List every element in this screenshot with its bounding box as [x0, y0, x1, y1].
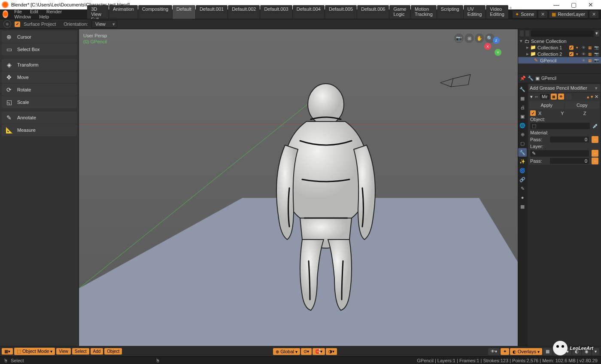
app-logo-icon: [3, 10, 8, 18]
persp-ortho-button[interactable]: ⊞: [464, 33, 474, 43]
add-modifier-button[interactable]: Add Grease Pencil Modifier: [528, 84, 600, 92]
nav-gizmo[interactable]: XYZ: [484, 33, 512, 61]
annotate-icon: ✎: [5, 114, 13, 121]
add-menu[interactable]: Add: [91, 348, 103, 355]
status-info: GPencil | Layers:1 | Frames:1 | Strokes:…: [417, 358, 598, 363]
properties-editor: 📌 🔧 ▣ GPencil 🔧 ▦ 🖨 ▣ 🌐 ⊕ ▢ 🔧 ✨ 🌀 🔗: [518, 74, 601, 346]
outliner-collection2[interactable]: ▸📁Collection 2 ▾👁▦📷: [518, 51, 601, 57]
close-button[interactable]: ✕: [582, 1, 599, 8]
prop-pin-icon[interactable]: 📌: [520, 76, 526, 81]
gizmo-toggle[interactable]: ✦: [501, 348, 509, 355]
layer-pass-field[interactable]: 0: [550, 158, 589, 164]
ptab-fx[interactable]: ✨: [518, 157, 527, 166]
orientation-dropdown[interactable]: View: [91, 20, 117, 28]
axis-z[interactable]: [575, 110, 581, 116]
outliner-scene-collection[interactable]: ▾🗀Scene Collection: [518, 38, 601, 44]
mod-display-view[interactable]: 👁: [558, 94, 564, 100]
layer-picker[interactable]: ✎: [530, 150, 589, 157]
prop-type-icon: 🔧: [528, 76, 534, 81]
ptab-modifiers[interactable]: 🔧: [518, 148, 527, 157]
overlays-toggle[interactable]: ◐ Overlays ▾: [510, 348, 542, 355]
properties-tabs: 🔧 ▦ 🖨 ▣ 🌐 ⊕ ▢ 🔧 ✨ 🌀 🔗 ✎ ● ▦: [518, 83, 528, 346]
svg-line-5: [440, 83, 451, 87]
layer-toggle[interactable]: ↔: [592, 150, 598, 157]
outliner-gpencil[interactable]: ✎GPencil 👁▦📷: [518, 57, 601, 64]
tool-annotate[interactable]: ✎Annotate: [2, 112, 77, 124]
snap-button[interactable]: 🧲▾: [313, 348, 325, 355]
cursor-icon: ⊕: [5, 33, 13, 41]
pan-button[interactable]: ✋: [475, 33, 484, 43]
mod-display-render[interactable]: ▦: [551, 94, 557, 100]
transform-icon: ◈: [5, 61, 13, 69]
orientation-button[interactable]: ⊕ Global ▾: [273, 348, 300, 355]
proportional-button[interactable]: ◑▾: [326, 348, 337, 355]
material-pass-toggle[interactable]: ↔: [592, 136, 598, 143]
ptab-world[interactable]: ⊕: [518, 130, 527, 139]
weibo-icon: [553, 341, 568, 355]
material-pass-field[interactable]: 0: [550, 136, 589, 143]
surface-project-label: Surface Project: [24, 21, 56, 27]
outliner-search[interactable]: [531, 30, 594, 37]
apply-button[interactable]: Apply: [529, 101, 564, 109]
ptab-render[interactable]: ▦: [518, 94, 527, 103]
view-menu[interactable]: View: [56, 348, 71, 355]
eyedropper-icon[interactable]: 💉: [592, 123, 598, 129]
outliner-display-icon[interactable]: [525, 30, 529, 36]
tool-selectbox[interactable]: ▭Select Box: [2, 43, 77, 55]
menu-render[interactable]: Render: [43, 9, 65, 14]
disclosure-icon[interactable]: ▾: [530, 94, 533, 100]
outliner-collection1[interactable]: ▸📁Collection 1 ▾👁▦📷: [518, 44, 601, 51]
editor-type-button[interactable]: ▦▾: [2, 348, 13, 355]
tool-scale[interactable]: ◱Scale: [2, 96, 77, 108]
object-menu[interactable]: Object: [104, 348, 122, 355]
scene-selector[interactable]: ✦Scene: [513, 11, 537, 18]
surface-project-checkbox[interactable]: [15, 21, 20, 27]
tool-rotate[interactable]: ⟳Rotate: [2, 84, 77, 96]
layer-pass-toggle[interactable]: ↔: [592, 158, 598, 164]
modifier-name-field[interactable]: Mir: [540, 94, 549, 100]
minimize-button[interactable]: —: [548, 1, 565, 8]
ptab-scene[interactable]: 🌐: [518, 121, 527, 130]
mod-move-down[interactable]: ▾: [591, 94, 593, 100]
axis-x[interactable]: [530, 110, 536, 116]
ptab-output[interactable]: 🖨: [518, 103, 527, 112]
tool-transform[interactable]: ◈Transform: [2, 59, 77, 71]
ptab-tool[interactable]: 🔧: [518, 85, 527, 94]
modifier-panel: ▾ ↔ Mir ▦ 👁 ▴ ▾ ✕ Apply Copy: [528, 93, 600, 165]
ptab-data[interactable]: ✎: [518, 184, 527, 193]
outliner-filter-icon[interactable]: ▾: [595, 30, 599, 36]
object-picker[interactable]: ⬚: [530, 123, 590, 129]
3d-viewport[interactable]: User Persp (0) GPencil 📷 ⊞ ✋ 🔍 XYZ: [79, 29, 518, 346]
tool-cursor[interactable]: ⊕Cursor: [2, 31, 77, 43]
mod-display-edit[interactable]: [565, 94, 571, 100]
axis-y[interactable]: [552, 110, 558, 116]
ptab-viewlayer[interactable]: ▣: [518, 112, 527, 121]
orientation-label: Orientation:: [64, 21, 88, 27]
xray-button[interactable]: ▦: [543, 348, 552, 355]
copy-button[interactable]: Copy: [565, 101, 600, 109]
tool-settings-bar: ⊕ Surface Project Orientation: View: [0, 19, 601, 29]
rotate-icon: ⟳: [5, 86, 13, 94]
visibility-button[interactable]: 👁▾: [488, 348, 500, 355]
renderlayer-selector[interactable]: ▦RenderLayer: [549, 11, 588, 18]
ptab-constraints[interactable]: 🔗: [518, 175, 527, 184]
mod-remove[interactable]: ✕: [595, 94, 598, 100]
renderlayer-remove-button[interactable]: ✕: [589, 11, 598, 18]
select-menu[interactable]: Select: [72, 348, 89, 355]
ptab-texture[interactable]: ▦: [518, 202, 527, 211]
scene-remove-button[interactable]: ✕: [538, 11, 547, 18]
pivot-button[interactable]: ⊙▾: [301, 348, 312, 355]
mod-move-up[interactable]: ▴: [587, 94, 589, 100]
viewport-footer: ▦▾ ⬚ Object Mode ▾ View Select Add Objec…: [0, 346, 601, 356]
maximize-button[interactable]: ▢: [565, 1, 582, 8]
camera-view-button[interactable]: 📷: [454, 33, 464, 43]
ptab-object[interactable]: ▢: [518, 139, 527, 148]
ptab-material[interactable]: ●: [518, 193, 527, 202]
mode-selector[interactable]: ⬚ Object Mode ▾: [14, 348, 55, 355]
ptab-physics[interactable]: 🌀: [518, 166, 527, 175]
tool-move[interactable]: ✥Move: [2, 71, 77, 83]
outliner-type-icon[interactable]: [520, 30, 524, 36]
menu-file[interactable]: File: [11, 9, 25, 14]
tool-measure[interactable]: 📐Measure: [2, 124, 77, 136]
menu-edit[interactable]: Edit: [27, 9, 42, 14]
